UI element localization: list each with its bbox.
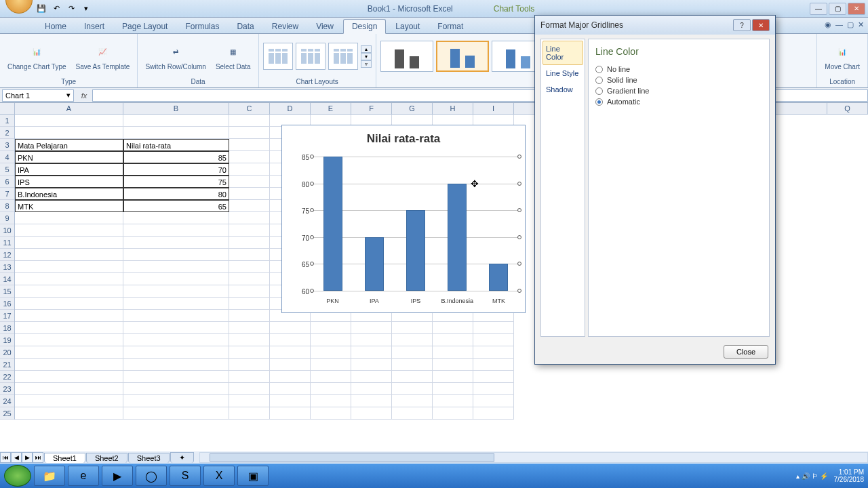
- cell[interactable]: [351, 395, 392, 407]
- cell[interactable]: [229, 237, 270, 249]
- cell[interactable]: [473, 359, 514, 371]
- row-header[interactable]: 25: [0, 407, 14, 420]
- taskbar-ie-icon[interactable]: e: [68, 466, 99, 486]
- taskbar-skype-icon[interactable]: S: [170, 466, 201, 486]
- doc-restore-icon[interactable]: ▢: [847, 20, 854, 29]
- row-header[interactable]: 14: [0, 273, 14, 285]
- cell[interactable]: [229, 212, 270, 224]
- layout-gallery-scroll[interactable]: ▴▾▿: [361, 45, 372, 68]
- tab-data[interactable]: Data: [229, 20, 262, 33]
- cell[interactable]: [433, 371, 473, 383]
- row-header[interactable]: 7: [0, 188, 14, 200]
- cell[interactable]: [229, 200, 270, 212]
- cell[interactable]: [123, 322, 229, 334]
- cell[interactable]: [270, 407, 311, 420]
- cell[interactable]: [351, 322, 392, 334]
- dialog-help-icon[interactable]: ?: [733, 19, 751, 31]
- cell[interactable]: [270, 359, 311, 371]
- save-as-template-button[interactable]: 📈 Save As Template: [73, 41, 134, 73]
- cell[interactable]: [15, 298, 123, 310]
- dialog-close-icon[interactable]: ✕: [752, 19, 770, 31]
- row-header[interactable]: 12: [0, 249, 14, 261]
- chart-bar[interactable]: [365, 237, 384, 291]
- cell[interactable]: [123, 237, 229, 249]
- chart-style-2[interactable]: [436, 41, 489, 72]
- nav-line-color[interactable]: Line Color: [542, 41, 583, 65]
- cell[interactable]: [270, 322, 311, 334]
- cell[interactable]: [229, 127, 270, 139]
- cell[interactable]: [123, 224, 229, 237]
- sheet-tab-2[interactable]: Sheet2: [86, 453, 127, 463]
- taskbar-explorer-icon[interactable]: 📁: [34, 466, 65, 486]
- change-chart-type-button[interactable]: 📊 Change Chart Type: [4, 41, 70, 73]
- namebox-dropdown-icon[interactable]: ▾: [66, 91, 71, 100]
- cell[interactable]: [229, 322, 270, 334]
- cell[interactable]: [15, 322, 123, 334]
- cell[interactable]: [473, 383, 514, 395]
- cell[interactable]: [351, 383, 392, 395]
- row-header[interactable]: 15: [0, 285, 14, 298]
- cell[interactable]: [229, 407, 270, 420]
- cell[interactable]: [433, 395, 473, 407]
- cell[interactable]: [15, 212, 123, 224]
- row-header[interactable]: 13: [0, 261, 14, 273]
- cell[interactable]: [270, 371, 311, 383]
- cell[interactable]: 80: [123, 188, 229, 200]
- cell[interactable]: [15, 310, 123, 322]
- cell[interactable]: [473, 371, 514, 383]
- cell[interactable]: [351, 371, 392, 383]
- cell[interactable]: [15, 249, 123, 261]
- doc-minimize-icon[interactable]: —: [835, 20, 843, 29]
- chart-layout-3[interactable]: [328, 43, 358, 70]
- col-header[interactable]: H: [433, 103, 473, 114]
- row-header[interactable]: 16: [0, 298, 14, 310]
- tab-design[interactable]: Design: [343, 19, 386, 34]
- cell[interactable]: [229, 261, 270, 273]
- cell[interactable]: [229, 346, 270, 359]
- chart-layout-1[interactable]: [263, 43, 293, 70]
- cell[interactable]: 70: [123, 163, 229, 176]
- cell[interactable]: [229, 371, 270, 383]
- col-header[interactable]: Q: [827, 103, 868, 114]
- cell[interactable]: Nilai rata-rata: [123, 139, 229, 151]
- row-header[interactable]: 4: [0, 151, 14, 163]
- cell[interactable]: 65: [123, 200, 229, 212]
- tab-layout[interactable]: Layout: [387, 20, 428, 33]
- cell[interactable]: 75: [123, 176, 229, 188]
- cell[interactable]: [123, 127, 229, 139]
- row-header[interactable]: 11: [0, 237, 14, 249]
- row-header[interactable]: 22: [0, 371, 14, 383]
- cell[interactable]: [311, 407, 351, 420]
- col-header[interactable]: A: [15, 103, 123, 114]
- cell[interactable]: [15, 395, 123, 407]
- cell[interactable]: [123, 359, 229, 371]
- cell[interactable]: [311, 383, 351, 395]
- cell[interactable]: [229, 188, 270, 200]
- cell[interactable]: [433, 322, 473, 334]
- qat-more-icon[interactable]: ▾: [80, 3, 92, 15]
- chart-layout-2[interactable]: [296, 43, 326, 70]
- cell[interactable]: MTK: [15, 200, 123, 212]
- name-box[interactable]: Chart 1▾: [2, 89, 74, 102]
- cell[interactable]: [15, 346, 123, 359]
- radio-no-line[interactable]: No line: [595, 64, 762, 75]
- cell[interactable]: [123, 346, 229, 359]
- cell[interactable]: [473, 322, 514, 334]
- cell[interactable]: [123, 310, 229, 322]
- cell[interactable]: [351, 346, 392, 359]
- cell[interactable]: [229, 273, 270, 285]
- row-header[interactable]: 1: [0, 115, 14, 127]
- cell[interactable]: [433, 359, 473, 371]
- new-sheet-button[interactable]: ✦: [170, 452, 194, 463]
- cell[interactable]: [473, 395, 514, 407]
- cell[interactable]: [123, 115, 229, 127]
- cell[interactable]: [392, 359, 433, 371]
- taskbar-media-icon[interactable]: ▶: [102, 466, 133, 486]
- cell[interactable]: [229, 151, 270, 163]
- cell[interactable]: [433, 346, 473, 359]
- row-header[interactable]: 8: [0, 200, 14, 212]
- cell[interactable]: [473, 346, 514, 359]
- tab-format[interactable]: Format: [429, 20, 471, 33]
- cell[interactable]: PKN: [15, 151, 123, 163]
- radio-automatic[interactable]: Automatic: [595, 96, 762, 107]
